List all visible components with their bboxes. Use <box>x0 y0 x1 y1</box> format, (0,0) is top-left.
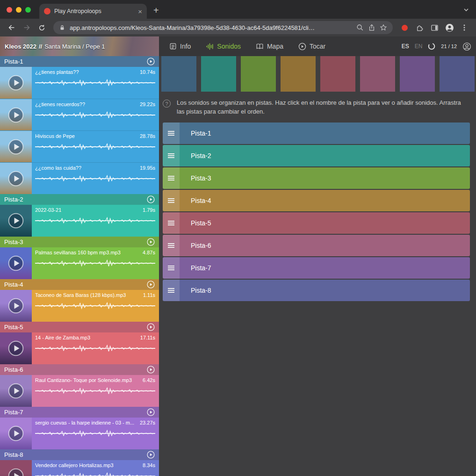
track-play-button[interactable] <box>147 366 155 374</box>
track-order-bar[interactable]: Pista-4 <box>163 190 470 211</box>
waveform[interactable] <box>35 427 155 440</box>
waveform[interactable] <box>35 141 155 153</box>
sound-thumbnail[interactable] <box>0 332 32 364</box>
nav-item-info[interactable]: Info <box>169 43 191 50</box>
waveform[interactable] <box>35 470 155 476</box>
nav-item-sonidos[interactable]: Sonidos <box>206 43 241 50</box>
track-header[interactable]: Pista-3 <box>0 237 159 247</box>
track-order-bar[interactable]: Pista-1 <box>163 123 470 144</box>
sound-row[interactable]: ¿¿tienes plantas??10.74s <box>0 67 159 99</box>
waveform[interactable] <box>35 342 155 354</box>
waveform[interactable] <box>35 300 155 312</box>
language-es[interactable]: ES <box>402 43 409 50</box>
track-header[interactable]: Pista-6 <box>0 364 159 375</box>
waveform[interactable] <box>35 173 155 185</box>
extensions-puzzle-icon[interactable] <box>412 21 426 35</box>
bookmark-star-icon[interactable] <box>380 24 387 31</box>
drag-handle[interactable] <box>163 235 180 256</box>
zoom-icon[interactable] <box>356 24 364 31</box>
breadcrumb-path[interactable]: Santa Marina / Pepe 1 <box>44 43 105 50</box>
share-icon[interactable] <box>368 24 375 31</box>
drag-handle[interactable] <box>163 123 180 144</box>
language-en[interactable]: EN <box>415 43 423 50</box>
sound-play-overlay-icon[interactable] <box>8 213 24 229</box>
sound-play-overlay-icon[interactable] <box>8 426 24 441</box>
track-swatch[interactable] <box>281 56 316 92</box>
sound-row[interactable]: ¿¿como las cuida??19.95s <box>0 162 159 194</box>
drag-handle[interactable] <box>163 257 180 279</box>
macos-minimize-button[interactable] <box>16 7 22 13</box>
track-bar-label[interactable]: Pista-3 <box>191 174 211 182</box>
sound-play-overlay-icon[interactable] <box>8 75 24 91</box>
breadcrumb-project[interactable]: Kleos 2022 <box>5 43 36 50</box>
track-order-bar[interactable]: Pista-6 <box>163 235 470 256</box>
sound-thumbnail[interactable] <box>0 418 32 449</box>
track-play-button[interactable] <box>147 195 155 203</box>
sound-row[interactable]: Vendedor callejero Hortalizas.mp38.34s <box>0 460 159 476</box>
back-button[interactable] <box>5 21 19 35</box>
track-bar-label[interactable]: Pista-1 <box>191 130 211 137</box>
recording-extension-icon[interactable] <box>397 21 411 35</box>
waveform[interactable] <box>35 215 155 227</box>
drag-handle[interactable] <box>163 280 180 301</box>
sound-thumbnail[interactable] <box>0 247 32 279</box>
track-swatch[interactable] <box>241 56 276 92</box>
track-order-bar[interactable]: Pista-3 <box>163 167 470 189</box>
sound-row[interactable]: Hiviscus de Pepe28.78s <box>0 130 159 162</box>
track-header[interactable]: Pista-7 <box>0 407 159 418</box>
track-order-bar[interactable]: Pista-5 <box>163 212 470 234</box>
sound-row[interactable]: ¿¿tienes recuerdos??29.22s <box>0 99 159 130</box>
track-header[interactable]: Pista-2 <box>0 194 159 205</box>
track-bar-label[interactable]: Pista-4 <box>191 197 211 204</box>
sound-thumbnail[interactable] <box>0 290 32 322</box>
track-header[interactable]: Pista-1 <box>0 56 159 67</box>
track-swatch[interactable] <box>320 56 355 92</box>
track-bar-label[interactable]: Pista-6 <box>191 242 211 249</box>
address-bar[interactable]: app.antropoloops.com/Kleos-Santa-Marina/… <box>53 21 393 34</box>
track-swatch[interactable] <box>400 56 435 92</box>
account-icon[interactable] <box>462 42 471 51</box>
lock-icon[interactable] <box>59 24 65 31</box>
nav-item-mapa[interactable]: Mapa <box>256 43 283 50</box>
macos-zoom-button[interactable] <box>25 7 31 13</box>
track-play-button[interactable] <box>147 58 155 65</box>
track-header[interactable]: Pista-4 <box>0 279 159 290</box>
track-swatch[interactable] <box>201 56 236 92</box>
drag-handle[interactable] <box>163 190 180 211</box>
sound-thumbnail[interactable] <box>0 131 32 162</box>
track-header[interactable]: Pista-8 <box>0 449 159 460</box>
nav-item-tocar[interactable]: Tocar <box>298 43 325 50</box>
track-bar-label[interactable]: Pista-2 <box>191 152 211 159</box>
url-text[interactable]: app.antropoloops.com/Kleos-Santa-Marina/… <box>70 24 352 31</box>
sound-play-overlay-icon[interactable] <box>8 383 24 399</box>
track-swatch[interactable] <box>440 56 475 92</box>
sound-thumbnail[interactable] <box>0 375 32 407</box>
drag-handle[interactable] <box>163 212 180 234</box>
track-play-button[interactable] <box>147 281 155 288</box>
sound-row[interactable]: Palmas sevillanas 160 bpm mp3.mp34.87s <box>0 247 159 279</box>
track-bar-label[interactable]: Pista-5 <box>191 219 211 227</box>
side-panel-icon[interactable] <box>427 21 441 35</box>
tab-close-icon[interactable]: × <box>138 8 142 15</box>
sound-thumbnail[interactable] <box>0 460 32 476</box>
track-order-bar[interactable]: Pista-2 <box>163 145 470 166</box>
track-header[interactable]: Pista-5 <box>0 322 159 332</box>
sound-thumbnail[interactable] <box>0 205 32 237</box>
sound-play-overlay-icon[interactable] <box>8 107 24 123</box>
sound-row[interactable]: Raul Cantizano- Toque por Solenoide.mp36… <box>0 375 159 407</box>
sound-play-overlay-icon[interactable] <box>8 255 24 271</box>
new-tab-button[interactable]: + <box>153 6 159 15</box>
waveform[interactable] <box>35 77 155 89</box>
track-order-bar[interactable]: Pista-8 <box>163 280 470 301</box>
tab-search-chevron-icon[interactable] <box>463 7 469 13</box>
sound-row[interactable]: sergio cuevas - la harpe indienne - 03 -… <box>0 418 159 449</box>
sound-row[interactable]: 14 - Aire de Zamba.mp317.11s <box>0 332 159 364</box>
browser-menu-kebab-icon[interactable] <box>457 21 471 35</box>
sound-row[interactable]: 2022-03-211.79s <box>0 205 159 237</box>
track-bar-label[interactable]: Pista-7 <box>191 264 211 272</box>
sound-play-overlay-icon[interactable] <box>8 468 24 476</box>
sound-row[interactable]: Taconeo de Sara Baras (128 kbps).mp31.11… <box>0 290 159 322</box>
track-swatch[interactable] <box>360 56 395 92</box>
reload-button[interactable] <box>35 21 49 35</box>
sound-play-overlay-icon[interactable] <box>8 171 24 187</box>
